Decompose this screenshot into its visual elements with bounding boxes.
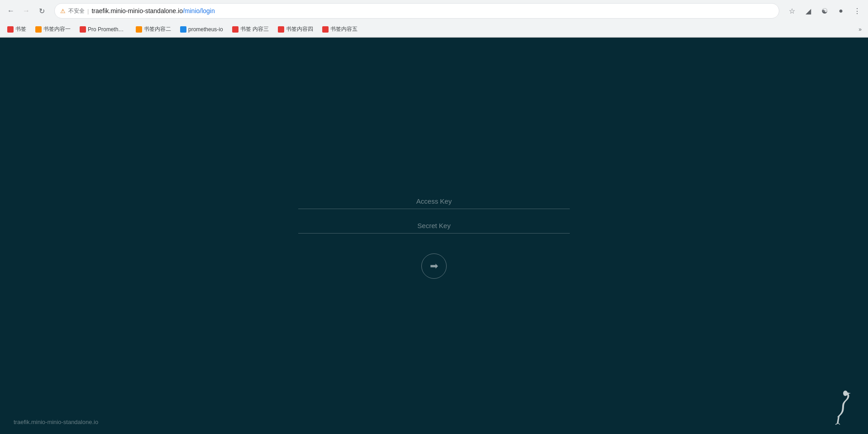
security-icon: ⚠ bbox=[60, 8, 66, 14]
bookmark-favicon bbox=[80, 26, 86, 33]
login-button[interactable]: ➡ bbox=[421, 253, 447, 279]
secret-key-input[interactable] bbox=[298, 218, 570, 234]
url-separator: | bbox=[87, 8, 89, 14]
minio-logo bbox=[827, 389, 854, 425]
bookmark-label: Pro Prometheus bbox=[88, 26, 127, 33]
star-button[interactable]: ☆ bbox=[785, 4, 799, 18]
bookmark-item[interactable]: 书签 内容三 bbox=[229, 24, 272, 35]
back-button[interactable]: ← bbox=[4, 4, 18, 18]
extension-puzzle-button[interactable]: ◢ bbox=[801, 4, 816, 18]
toolbar-icons: ☆ ◢ ☯ ● ⋮ bbox=[785, 4, 864, 18]
secret-key-field bbox=[298, 218, 570, 234]
bookmark-label: 书签 内容三 bbox=[240, 25, 269, 33]
forward-button[interactable]: → bbox=[19, 4, 33, 18]
nav-buttons: ← → ↻ bbox=[4, 4, 49, 18]
menu-button[interactable]: ⋮ bbox=[850, 4, 864, 18]
browser-toolbar: ← → ↻ ⚠ 不安全 | traefik.minio-minio-standa… bbox=[0, 0, 868, 22]
bookmark-item[interactable]: Pro Prometheus bbox=[76, 24, 130, 34]
svg-point-0 bbox=[843, 391, 848, 396]
bookmarks-bar: 书签 书签内容一 Pro Prometheus 书签内容二 prometheus… bbox=[0, 22, 868, 37]
profile-button[interactable]: ● bbox=[834, 4, 848, 18]
bookmark-favicon bbox=[136, 26, 142, 33]
extensions-button[interactable]: ☯ bbox=[817, 4, 832, 18]
bookmark-label: 书签 bbox=[15, 25, 26, 33]
bookmark-favicon bbox=[180, 26, 186, 33]
security-text: 不安全 bbox=[68, 7, 85, 15]
url-display: traefik.minio-minio-standalone.io/minio/… bbox=[91, 7, 773, 14]
bookmark-favicon bbox=[35, 26, 42, 33]
bookmark-favicon bbox=[7, 26, 14, 33]
bookmark-item[interactable]: prometheus-io bbox=[176, 24, 227, 34]
url-path: /minio/login bbox=[183, 7, 215, 14]
bookmark-item[interactable]: 书签内容四 bbox=[274, 24, 317, 35]
bookmark-favicon bbox=[232, 26, 238, 33]
login-arrow-icon: ➡ bbox=[430, 260, 438, 272]
bookmarks-more-button[interactable]: » bbox=[856, 24, 864, 34]
url-domain: traefik.minio-minio-standalone.io bbox=[91, 7, 183, 14]
access-key-input[interactable] bbox=[298, 194, 570, 209]
page-content: ➡ traefik.minio-minio-standalone.io bbox=[0, 38, 868, 434]
bookmark-item[interactable]: 书签内容一 bbox=[32, 24, 74, 35]
bookmark-item[interactable]: 书签 bbox=[4, 24, 30, 35]
bookmark-label: prometheus-io bbox=[188, 26, 223, 33]
bookmark-label: 书签内容一 bbox=[43, 25, 71, 33]
bookmark-label: 书签内容四 bbox=[286, 25, 313, 33]
page-footer: traefik.minio-minio-standalone.io bbox=[14, 389, 854, 425]
bookmark-favicon bbox=[278, 26, 284, 33]
address-bar[interactable]: ⚠ 不安全 | traefik.minio-minio-standalone.i… bbox=[54, 3, 779, 19]
access-key-field bbox=[298, 194, 570, 209]
bookmark-label: 书签内容二 bbox=[144, 25, 171, 33]
bookmark-favicon bbox=[322, 26, 329, 33]
bookmark-label: 书签内容五 bbox=[330, 25, 358, 33]
footer-domain: traefik.minio-minio-standalone.io bbox=[14, 419, 98, 425]
bookmark-item[interactable]: 书签内容五 bbox=[319, 24, 361, 35]
bookmark-item[interactable]: 书签内容二 bbox=[132, 24, 175, 35]
reload-button[interactable]: ↻ bbox=[34, 4, 49, 18]
login-form: ➡ bbox=[298, 194, 570, 279]
browser-chrome: ← → ↻ ⚠ 不安全 | traefik.minio-minio-standa… bbox=[0, 0, 868, 38]
